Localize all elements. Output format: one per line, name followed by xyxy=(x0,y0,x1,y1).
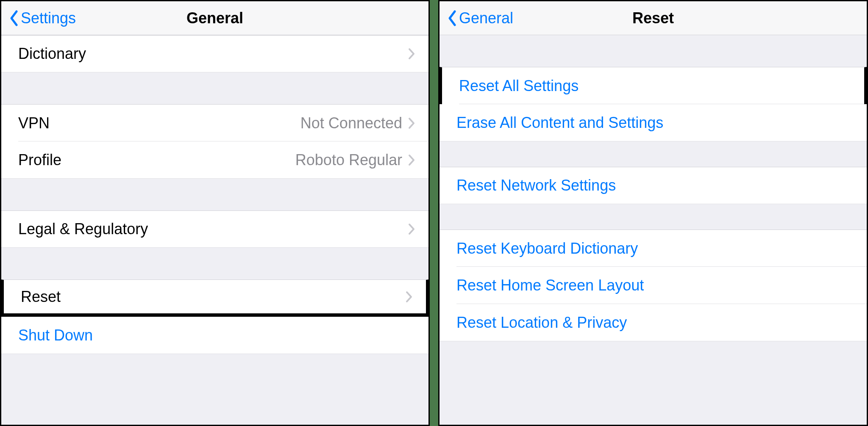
page-title: Reset xyxy=(632,9,674,27)
row-erase-all-content[interactable]: Erase All Content and Settings xyxy=(440,104,867,141)
row-label: Reset All Settings xyxy=(459,77,851,95)
section-gap xyxy=(1,72,428,104)
chevron-right-icon xyxy=(406,291,412,303)
reset-settings-panel: General Reset Reset All Settings Erase A… xyxy=(438,0,868,426)
row-label: Erase All Content and Settings xyxy=(456,114,853,132)
chevron-right-icon xyxy=(408,48,415,60)
general-content: Dictionary VPN Not Connected Profile Rob… xyxy=(1,35,428,425)
section-gap xyxy=(440,141,867,167)
chevron-right-icon xyxy=(408,223,415,235)
row-reset-all-settings[interactable]: Reset All Settings xyxy=(440,67,867,104)
chevron-left-icon xyxy=(447,10,456,27)
chevron-right-icon xyxy=(408,154,415,166)
row-label: Legal & Regulatory xyxy=(18,220,408,238)
row-label: Reset Network Settings xyxy=(456,177,853,194)
general-settings-panel: Settings General Dictionary VPN Not Conn… xyxy=(0,0,430,426)
row-label: Reset Keyboard Dictionary xyxy=(456,240,853,257)
back-button-general[interactable]: General xyxy=(440,9,513,27)
row-reset-location-privacy[interactable]: Reset Location & Privacy xyxy=(440,304,867,341)
page-title: General xyxy=(186,9,243,27)
row-vpn[interactable]: VPN Not Connected xyxy=(1,104,428,141)
section-gap xyxy=(440,35,867,67)
row-reset-network-settings[interactable]: Reset Network Settings xyxy=(440,167,867,204)
row-label: VPN xyxy=(18,114,300,132)
row-label: Shut Down xyxy=(18,326,415,344)
back-button-settings[interactable]: Settings xyxy=(1,9,76,27)
section-gap xyxy=(440,204,867,230)
section-gap xyxy=(1,179,428,210)
row-shut-down[interactable]: Shut Down xyxy=(1,317,428,354)
row-label: Profile xyxy=(18,151,295,169)
section-gap xyxy=(1,248,428,279)
row-value: Roboto Regular xyxy=(295,151,402,169)
chevron-right-icon xyxy=(408,117,415,129)
chevron-left-icon xyxy=(9,10,18,27)
nav-header: General Reset xyxy=(440,1,867,35)
back-label: General xyxy=(459,9,513,27)
row-reset[interactable]: Reset xyxy=(1,279,428,317)
row-label: Reset Location & Privacy xyxy=(456,314,853,332)
nav-header: Settings General xyxy=(1,1,428,35)
row-reset-home-screen[interactable]: Reset Home Screen Layout xyxy=(440,267,867,304)
back-label: Settings xyxy=(21,9,76,27)
row-label: Reset Home Screen Layout xyxy=(456,277,853,294)
row-label: Dictionary xyxy=(18,45,408,63)
row-label: Reset xyxy=(21,288,406,306)
row-dictionary[interactable]: Dictionary xyxy=(1,35,428,72)
row-reset-keyboard-dictionary[interactable]: Reset Keyboard Dictionary xyxy=(440,230,867,267)
reset-content: Reset All Settings Erase All Content and… xyxy=(440,35,867,425)
row-value: Not Connected xyxy=(300,114,402,132)
row-profile[interactable]: Profile Roboto Regular xyxy=(1,141,428,179)
row-legal-regulatory[interactable]: Legal & Regulatory xyxy=(1,210,428,248)
